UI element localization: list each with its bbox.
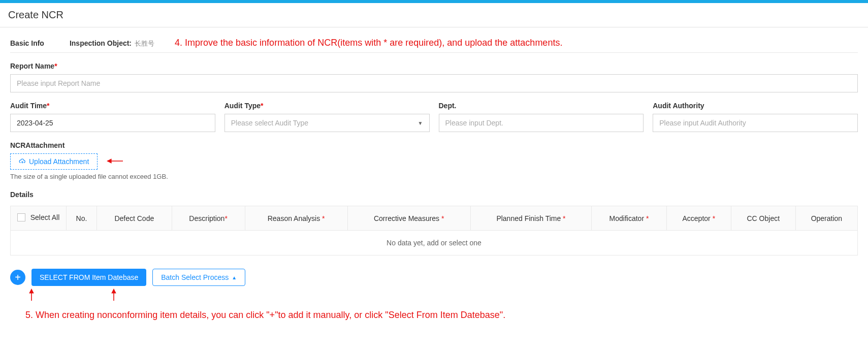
col-planned-finish-time: Planned Finish Time *	[470, 206, 591, 231]
audit-time-field: Audit Time*	[10, 102, 215, 132]
batch-select-process-button[interactable]: Batch Select Process ▲	[152, 269, 245, 286]
required-asterisk: *	[54, 62, 57, 70]
audit-time-input[interactable]	[10, 114, 215, 132]
col-select-all: Select All	[11, 206, 67, 231]
page-title: Create NCR	[8, 9, 860, 21]
col-cc-object: CC Object	[731, 206, 795, 231]
annotation-arrow-right-icon	[106, 157, 124, 167]
upload-button-label: Upload Attachment	[29, 157, 89, 166]
annotation-arrow-up-icon	[27, 288, 36, 303]
page-header: Create NCR	[0, 3, 868, 27]
audit-authority-label: Audit Authority	[653, 102, 858, 110]
audit-type-field: Audit Type* Please select Audit Type ▼	[224, 102, 430, 132]
audit-type-label: Audit Type*	[224, 102, 430, 110]
attachment-section: NCRAttachment Upload Attachment The size…	[10, 141, 858, 180]
annotation-arrow-up-icon	[110, 288, 118, 303]
details-table: Select All No. Defect Code Description* …	[10, 206, 858, 256]
select-all-label: Select All	[30, 213, 60, 221]
audit-authority-field: Audit Authority	[653, 102, 858, 132]
table-empty-row: No data yet, add or select one	[11, 231, 858, 256]
add-item-button[interactable]: +	[10, 270, 25, 285]
upload-hint-text: The size of a single uploaded file canno…	[10, 173, 858, 180]
col-modificator: Modificator *	[592, 206, 667, 231]
report-name-input[interactable]	[10, 74, 858, 92]
col-corrective-measures: Corrective Measures *	[347, 206, 470, 231]
col-operation: Operation	[795, 206, 857, 231]
col-no: No.	[67, 206, 97, 231]
audit-type-select[interactable]: Please select Audit Type ▼	[224, 114, 430, 132]
annotation-step-5: 5. When creating nonconforming item deta…	[25, 310, 858, 321]
col-description: Description*	[172, 206, 245, 231]
chevron-down-icon: ▼	[418, 120, 423, 126]
col-defect-code: Defect Code	[97, 206, 172, 231]
plus-icon: +	[15, 270, 21, 284]
attachment-label: NCRAttachment	[10, 141, 858, 149]
table-header-row: Select All No. Defect Code Description* …	[11, 206, 858, 231]
details-section-label: Details	[10, 190, 858, 199]
col-acceptor: Acceptor *	[666, 206, 731, 231]
audit-time-label: Audit Time*	[10, 102, 215, 110]
annotation-step-4: 4. Improve the basic information of NCR(…	[175, 38, 562, 48]
chevron-up-icon: ▲	[232, 275, 237, 280]
col-reason-analysis: Reason Analysis *	[245, 206, 347, 231]
dept-label: Dept.	[439, 102, 644, 110]
inspection-object-value: 长胜号	[135, 39, 154, 48]
audit-authority-input[interactable]	[653, 114, 858, 132]
svg-marker-1	[107, 158, 112, 164]
required-asterisk: *	[47, 102, 49, 110]
main-content: Basic Info Inspection Object: 长胜号 4. Imp…	[0, 27, 868, 336]
svg-marker-5	[111, 289, 116, 294]
select-from-database-button[interactable]: SELECT FROM Item Datebase	[31, 269, 146, 286]
empty-table-text: No data yet, add or select one	[11, 231, 858, 256]
dept-field: Dept.	[439, 102, 644, 132]
details-action-row: + SELECT FROM Item Datebase Batch Select…	[10, 269, 858, 286]
upload-attachment-button[interactable]: Upload Attachment	[10, 153, 98, 170]
report-name-field: Report Name*	[10, 62, 858, 92]
select-all-checkbox[interactable]	[17, 213, 25, 221]
required-asterisk: *	[261, 102, 263, 110]
annotation-arrows-row	[27, 288, 858, 303]
basic-info-header: Basic Info Inspection Object: 长胜号 4. Imp…	[10, 38, 858, 53]
dept-input[interactable]	[439, 114, 644, 132]
svg-marker-3	[29, 289, 34, 294]
batch-select-label: Batch Select Process	[161, 273, 229, 281]
cloud-upload-icon	[19, 158, 26, 165]
report-name-label: Report Name*	[10, 62, 858, 70]
inspection-object-label: Inspection Object:	[70, 39, 132, 47]
basic-info-label: Basic Info	[10, 39, 44, 47]
audit-type-placeholder: Please select Audit Type	[231, 119, 308, 127]
